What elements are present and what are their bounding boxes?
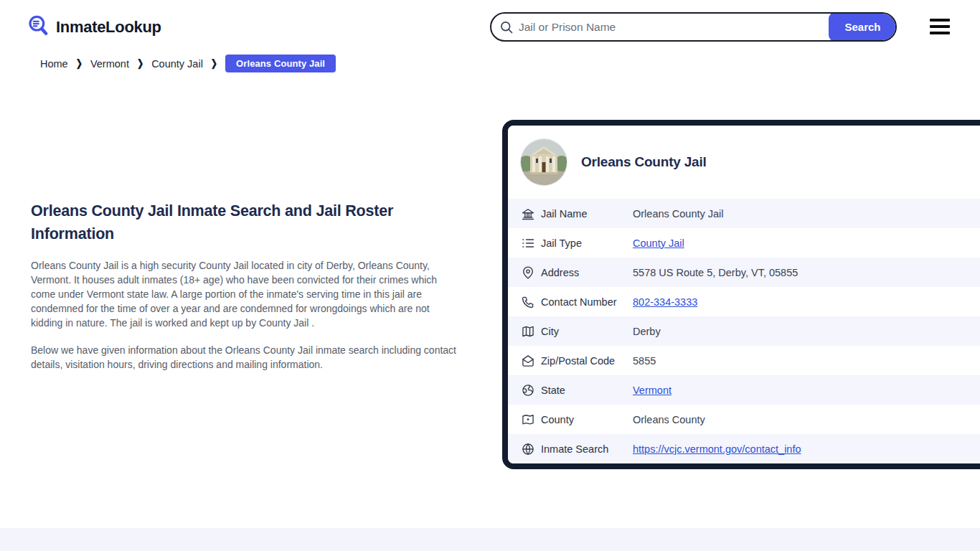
state-link[interactable]: Vermont (633, 385, 672, 396)
breadcrumb-home[interactable]: Home (40, 58, 68, 70)
globe-icon (521, 442, 535, 456)
row-label: City (541, 326, 633, 337)
jail-info-card: Orleans County Jail Jail Name Orleans Co… (502, 120, 980, 469)
search-input[interactable] (519, 14, 827, 40)
table-row: Zip/Postal Code 5855 (508, 346, 980, 375)
inmate-search-link[interactable]: https://vcjc.vermont.gov/contact_info (633, 443, 801, 455)
bank-icon (521, 207, 535, 221)
row-label: Inmate Search (541, 443, 633, 455)
table-row: Jail Name Orleans County Jail (508, 199, 980, 228)
search-bar: Search (490, 12, 897, 42)
brand-logo[interactable]: InmateLookup (27, 14, 161, 40)
mail-open-icon (521, 354, 535, 368)
breadcrumb-current-badge: Orleans County Jail (225, 55, 336, 72)
jail-type-link[interactable]: County Jail (633, 237, 684, 249)
table-row: City Derby (508, 316, 980, 346)
row-value: Derby (633, 326, 661, 337)
row-label: Jail Type (541, 237, 633, 249)
row-label: Jail Name (541, 208, 633, 220)
row-label: Zip/Postal Code (541, 355, 633, 367)
breadcrumb: Home ❯ Vermont ❯ County Jail ❯ Orleans C… (40, 55, 336, 72)
table-row: County Orleans County (508, 405, 980, 434)
info-paragraph: Below we have given information about th… (31, 343, 461, 372)
contact-number-link[interactable]: 802-334-3333 (633, 296, 697, 308)
chevron-right-icon: ❯ (211, 57, 217, 69)
row-value: 5578 US Route 5, Derby, VT, 05855 (633, 267, 798, 278)
jail-card-header: Orleans County Jail (508, 126, 980, 199)
row-value: 5855 (633, 355, 656, 367)
page-title: Orleans County Jail Inmate Search and Ja… (31, 199, 461, 245)
row-label: Address (541, 267, 633, 278)
search-button[interactable]: Search (829, 12, 897, 42)
table-row: Jail Type County Jail (508, 228, 980, 258)
list-icon (521, 236, 535, 250)
row-value: Orleans County Jail (633, 208, 724, 220)
row-label: Contact Number (541, 296, 633, 308)
row-value: Orleans County (633, 414, 705, 425)
brand-name: InmateLookup (56, 18, 161, 37)
row-label: County (541, 414, 633, 425)
map-icon (521, 324, 535, 339)
table-row: Address 5578 US Route 5, Derby, VT, 0585… (508, 258, 980, 287)
breadcrumb-county-jail[interactable]: County Jail (151, 58, 203, 70)
earth-icon (521, 383, 535, 397)
table-row: Inmate Search https://vcjc.vermont.gov/c… (508, 434, 980, 463)
jail-photo (521, 139, 567, 185)
hamburger-menu-icon[interactable] (930, 19, 951, 34)
top-header: InmateLookup Search (0, 0, 980, 50)
chevron-right-icon: ❯ (76, 57, 83, 69)
chevron-right-icon: ❯ (137, 57, 143, 69)
map-pin-icon (521, 265, 535, 280)
map-location-icon (521, 413, 535, 427)
jail-card-title: Orleans County Jail (581, 154, 707, 170)
footer-strip (0, 528, 980, 551)
search-icon (499, 20, 514, 37)
breadcrumb-vermont[interactable]: Vermont (90, 58, 129, 70)
magnifier-list-icon (27, 14, 50, 40)
intro-paragraph: Orleans County Jail is a high security C… (31, 258, 461, 330)
phone-icon (521, 295, 535, 309)
table-row: Contact Number 802-334-3333 (508, 287, 980, 316)
article: Orleans County Jail Inmate Search and Ja… (31, 199, 461, 372)
table-row: State Vermont (508, 375, 980, 405)
row-label: State (541, 385, 633, 396)
